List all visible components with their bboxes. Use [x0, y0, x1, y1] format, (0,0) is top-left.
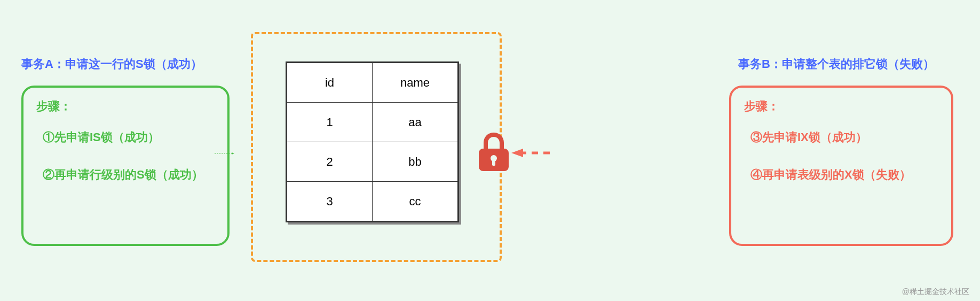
header-id: id: [287, 63, 373, 103]
arrow-a-to-table: [175, 152, 274, 155]
cell-name-1: aa: [373, 103, 458, 142]
step-a2: ②再申请行级别的S锁（成功）: [36, 167, 215, 183]
arrow-b-to-lock: [511, 149, 550, 157]
transaction-a-box: 步骤： ①先申请IS锁（成功） ②再申请行级别的S锁（成功）: [21, 86, 230, 246]
step-a1: ①先申请IS锁（成功）: [36, 129, 215, 145]
table-header-row: id name: [287, 63, 458, 103]
watermark: @稀土掘金技术社区: [902, 287, 969, 297]
transaction-b-title: 事务B：申请整个表的排它锁（失败）: [738, 56, 935, 72]
transaction-a-title: 事务A：申请这一行的S锁（成功）: [21, 56, 202, 72]
steps-label-b: 步骤：: [744, 98, 938, 114]
steps-label-a: 步骤：: [36, 98, 215, 114]
cell-id-2: 2: [287, 142, 373, 182]
svg-marker-1: [232, 152, 234, 155]
step-b1: ③先申请IX锁（成功）: [744, 129, 938, 145]
table-row: 2 bb: [287, 142, 458, 182]
cell-name-3: cc: [373, 182, 458, 221]
cell-id-3: 3: [287, 182, 373, 221]
table-row: 3 cc: [287, 182, 458, 221]
step-b2: ④再申请表级别的X锁（失败）: [744, 167, 938, 183]
header-name: name: [373, 63, 458, 103]
svg-marker-6: [511, 149, 523, 157]
transaction-b-box: 步骤： ③先申请IX锁（成功） ④再申请表级别的X锁（失败）: [729, 86, 953, 246]
cell-name-2: bb: [373, 142, 458, 182]
table-row: 1 aa: [287, 103, 458, 142]
data-table-wrapper: id name 1 aa 2 bb 3 cc: [286, 61, 459, 222]
svg-rect-4: [492, 159, 495, 166]
cell-id-1: 1: [287, 103, 373, 142]
data-table: id name 1 aa 2 bb 3 cc: [287, 63, 458, 221]
lock-icon: [477, 133, 511, 171]
